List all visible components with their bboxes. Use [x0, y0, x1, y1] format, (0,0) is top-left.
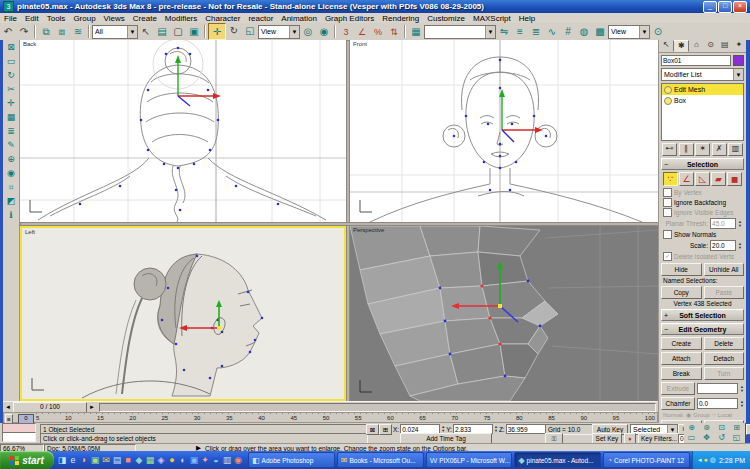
- task-button[interactable]: ◧ Adobe Photoshop: [248, 452, 335, 468]
- viewport-front-label[interactable]: Front: [353, 41, 367, 47]
- visibility-bulb-icon[interactable]: [664, 86, 672, 94]
- menu-item[interactable]: Animation: [277, 14, 321, 23]
- minimize-button[interactable]: _: [703, 1, 717, 13]
- tab-motion[interactable]: ⊙: [704, 40, 718, 52]
- time-slider-left-arrow[interactable]: ◄: [3, 403, 13, 412]
- show-normals-checkbox[interactable]: [663, 230, 672, 239]
- left-tool-move-icon[interactable]: ✛: [7, 98, 15, 112]
- delete-button[interactable]: Delete: [704, 337, 745, 350]
- configure-modifier-sets-icon[interactable]: ▥: [728, 143, 743, 156]
- region-zoom-icon[interactable]: ▭: [684, 433, 699, 443]
- quick-launch-icon[interactable]: ◐: [178, 453, 188, 467]
- element-subobject-icon[interactable]: ◼: [727, 172, 742, 186]
- quick-launch-icon[interactable]: ✉: [101, 453, 111, 467]
- left-tool-shade-icon[interactable]: ◩: [7, 196, 16, 210]
- tray-icon[interactable]: ●: [704, 456, 708, 464]
- spinner-arrows[interactable]: ▲▼: [441, 425, 445, 433]
- maxscript-mini-listener-white[interactable]: [2, 433, 36, 441]
- select-and-link-icon[interactable]: ⧉: [38, 24, 54, 39]
- modifier-list-dropdown[interactable]: Modifier List▼: [661, 68, 744, 81]
- redo-icon[interactable]: ↷: [16, 24, 32, 39]
- clock[interactable]: 2:28 PM: [719, 457, 745, 464]
- quick-launch-icon[interactable]: ▥: [222, 453, 232, 467]
- menu-item[interactable]: Modifiers: [161, 14, 201, 23]
- quick-render-icon[interactable]: ⊙: [650, 24, 666, 39]
- zoom-icon[interactable]: ⊕: [684, 423, 699, 433]
- ignore-visible-edges-checkbox[interactable]: [663, 208, 672, 217]
- paste-named-selection-button[interactable]: Paste: [704, 286, 745, 299]
- visibility-bulb-icon[interactable]: [664, 97, 672, 105]
- zoom-extents-all-icon[interactable]: ⊞: [729, 423, 744, 433]
- object-name-field[interactable]: Box01: [661, 55, 731, 66]
- menu-item[interactable]: Tools: [43, 14, 70, 23]
- quick-launch-icon[interactable]: ◉: [233, 453, 243, 467]
- arc-rotate-icon[interactable]: ↺: [714, 433, 729, 443]
- tray-icon[interactable]: ◍: [710, 456, 716, 464]
- go-to-end-icon[interactable]: ▶I: [746, 424, 750, 435]
- left-tool-target-icon[interactable]: ◉: [7, 168, 15, 182]
- show-end-result-icon[interactable]: ∥: [679, 143, 694, 156]
- zoom-extents-icon[interactable]: ⊡: [714, 423, 729, 433]
- tab-display[interactable]: ▤: [718, 40, 732, 52]
- viewport-left-label[interactable]: Left: [25, 229, 35, 235]
- absolute-offset-toggle[interactable]: ⊞: [379, 424, 392, 435]
- selection-lock-toggle[interactable]: ⊠: [366, 424, 379, 435]
- hide-button[interactable]: Hide: [661, 263, 702, 276]
- time-slider-right-arrow[interactable]: ►: [87, 403, 97, 412]
- left-tool-pencil-icon[interactable]: ✎: [7, 140, 15, 154]
- menu-item[interactable]: Edit: [21, 14, 43, 23]
- left-tool-info-icon[interactable]: ℹ: [9, 210, 12, 224]
- menu-item[interactable]: Graph Editors: [321, 14, 378, 23]
- time-slider-track[interactable]: [99, 403, 656, 412]
- viewport-back[interactable]: Back: [20, 40, 346, 222]
- maxscript-mini-listener-pink[interactable]: [2, 424, 36, 432]
- min-max-toggle-icon[interactable]: ◱: [729, 433, 744, 443]
- material-editor-icon[interactable]: ◍: [576, 24, 592, 39]
- spinner-arrows[interactable]: ▲▼: [740, 385, 744, 393]
- quick-launch-icon[interactable]: ◆: [134, 453, 144, 467]
- create-button[interactable]: Create: [661, 337, 702, 350]
- delete-isolated-verts-checkbox[interactable]: ✓: [663, 252, 672, 261]
- menu-item[interactable]: Create: [129, 14, 161, 23]
- viewport-front[interactable]: Front: [350, 40, 658, 222]
- close-button[interactable]: ×: [733, 1, 747, 13]
- vertex-subobject-icon[interactable]: ∵: [663, 172, 678, 186]
- tab-utilities[interactable]: ✦: [732, 40, 746, 52]
- zoom-all-icon[interactable]: ⊛: [699, 423, 714, 433]
- bind-to-spacewarp-icon[interactable]: ≋: [70, 24, 86, 39]
- select-object-icon[interactable]: ↖: [138, 24, 154, 39]
- left-tool-hash-icon[interactable]: ⌗: [8, 182, 13, 196]
- menu-item[interactable]: File: [0, 14, 21, 23]
- selection-rollout-header[interactable]: − Selection: [661, 158, 744, 170]
- tray-icon[interactable]: ◂: [698, 456, 702, 464]
- menu-item[interactable]: Rendering: [378, 14, 423, 23]
- task-button[interactable]: ◆ pinate05.max - Autod...: [514, 452, 601, 468]
- edge-subobject-icon[interactable]: ∠: [679, 172, 694, 186]
- tab-hierarchy[interactable]: ⌂: [689, 40, 703, 52]
- percent-snap-icon[interactable]: %: [370, 24, 386, 39]
- unhide-all-button[interactable]: Unhide All: [704, 263, 745, 276]
- quick-launch-icon[interactable]: ◨: [57, 453, 67, 467]
- select-by-name-icon[interactable]: ▤: [154, 24, 170, 39]
- named-selection-sets-field[interactable]: ▼: [424, 25, 496, 39]
- quick-launch-icon[interactable]: e: [68, 453, 78, 467]
- menu-item[interactable]: MAXScript: [469, 14, 515, 23]
- quick-launch-icon[interactable]: ●: [167, 453, 177, 467]
- by-vertex-checkbox[interactable]: [663, 188, 672, 197]
- quick-launch-icon[interactable]: ✦: [200, 453, 210, 467]
- tab-modify[interactable]: ✱: [673, 40, 689, 52]
- left-tool-scissors-icon[interactable]: ✂: [7, 84, 15, 98]
- left-tool-region-icon[interactable]: ▭: [7, 56, 16, 70]
- menu-item[interactable]: reactor: [244, 14, 277, 23]
- modifier-stack-item[interactable]: Edit Mesh: [662, 84, 743, 95]
- chamfer-field[interactable]: 0.0: [697, 398, 738, 409]
- task-button[interactable]: ✉ Books - Microsoft Ou...: [337, 452, 424, 468]
- align-icon[interactable]: ≡: [512, 24, 528, 39]
- face-subobject-icon[interactable]: ◺: [695, 172, 710, 186]
- spinner-arrows[interactable]: ▲▼: [738, 220, 742, 228]
- viewport-perspective[interactable]: Perspective: [350, 226, 658, 401]
- quick-launch-icon[interactable]: ◗: [79, 453, 89, 467]
- menu-item[interactable]: Views: [100, 14, 129, 23]
- z-coordinate-field[interactable]: 36.959: [506, 424, 546, 434]
- left-tool-lock-icon[interactable]: ⊠: [7, 42, 15, 56]
